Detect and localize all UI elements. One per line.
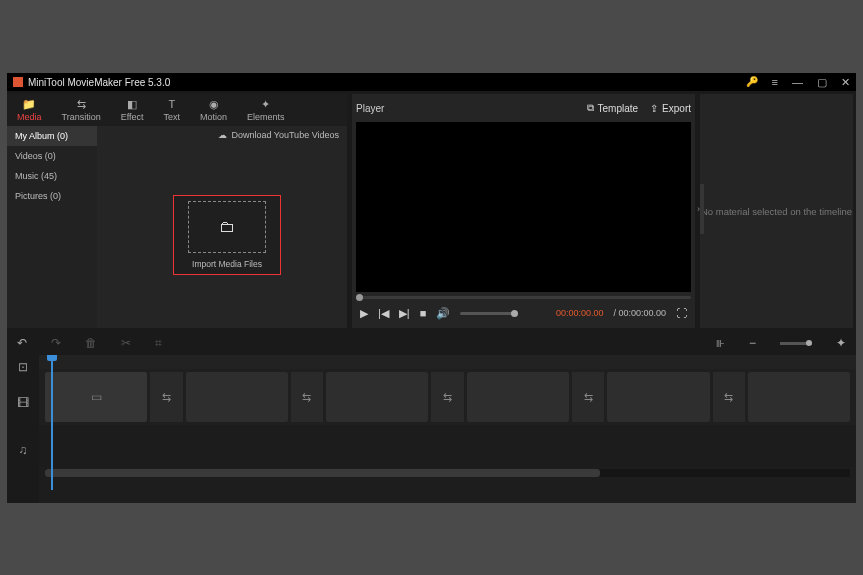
volume-icon[interactable]: 🔊 [436, 307, 450, 320]
tab-media[interactable]: 📁 Media [7, 94, 52, 126]
playhead[interactable] [51, 355, 53, 490]
template-button[interactable]: ⧉ Template [587, 102, 639, 114]
license-key-icon[interactable]: 🔑 [746, 77, 758, 87]
time-current: 00:00:00.00 [556, 308, 604, 318]
timeline-body: ⊡ 🎞 ♫ ▭ ⇆ ⇆ ⇆ ⇆ ⇆ [7, 355, 856, 503]
volume-slider[interactable] [460, 312, 518, 315]
audio-track[interactable] [39, 425, 856, 467]
export-button[interactable]: ⇪ Export [650, 103, 691, 114]
folder-pictures[interactable]: Pictures (0) [7, 186, 97, 206]
folder-videos[interactable]: Videos (0) [7, 146, 97, 166]
next-frame-button[interactable]: ▶| [399, 307, 410, 320]
transition-slot[interactable]: ⇆ [713, 372, 745, 422]
tab-media-label: Media [17, 112, 42, 122]
tab-effect-label: Effect [121, 112, 144, 122]
template-label: Template [598, 103, 639, 114]
export-icon: ⇪ [650, 103, 658, 114]
clip-slot[interactable] [607, 372, 709, 422]
volume-knob[interactable] [511, 310, 518, 317]
zoom-in-button[interactable]: ✦ [836, 336, 846, 350]
export-label: Export [662, 103, 691, 114]
minimize-button[interactable]: ― [792, 77, 803, 88]
video-track[interactable]: ▭ ⇆ ⇆ ⇆ ⇆ ⇆ [39, 369, 856, 425]
zoom-slider[interactable] [780, 342, 812, 345]
template-icon: ⧉ [587, 102, 594, 114]
timeline-settings-icon[interactable]: ⊪ [716, 338, 725, 349]
folder-music[interactable]: Music (45) [7, 166, 97, 186]
redo-button[interactable]: ↷ [51, 336, 61, 350]
panel-divider [700, 184, 704, 234]
transition-slot[interactable]: ⇆ [291, 372, 323, 422]
delete-button[interactable]: 🗑 [85, 336, 97, 350]
audio-track-icon[interactable]: ♫ [7, 426, 39, 473]
zoom-knob[interactable] [806, 340, 812, 346]
import-media-label: Import Media Files [192, 259, 262, 269]
tab-text[interactable]: T Text [154, 94, 191, 126]
fullscreen-button[interactable]: ⛶ [676, 307, 687, 319]
elements-icon: ✦ [261, 99, 270, 110]
play-button[interactable]: ▶ [360, 307, 368, 320]
menu-icon[interactable]: ≡ [772, 77, 778, 88]
maximize-button[interactable]: ▢ [817, 77, 827, 88]
timeline-scrollbar[interactable] [45, 469, 850, 477]
split-button[interactable]: ✂ [121, 336, 131, 350]
clip-placeholder-icon: ▭ [91, 390, 102, 404]
scrollbar-thumb[interactable] [45, 469, 600, 477]
top-tabs: 📁 Media ⇆ Transition ◧ Effect T Text ◉ [7, 94, 347, 126]
player-panel: Player ⧉ Template ⇪ Export ▶ |◀ [352, 94, 695, 328]
import-media-button[interactable]: 🗀 Import Media Files [173, 195, 281, 275]
scrub-knob[interactable] [356, 294, 363, 301]
timeline-toolbar: ↶ ↷ 🗑 ✂ ⌗ ⊪ − ✦ [7, 331, 856, 355]
app-window: MiniTool MovieMaker Free 5.3.0 🔑 ≡ ― ▢ ✕… [7, 73, 856, 503]
track-icons: ⊡ 🎞 ♫ [7, 355, 39, 503]
download-youtube-label: Download YouTube Videos [231, 130, 339, 140]
top-section: 📁 Media ⇆ Transition ◧ Effect T Text ◉ [7, 91, 856, 328]
properties-panel: › No material selected on the timeline [700, 94, 853, 328]
clip-slot[interactable] [748, 372, 850, 422]
transition-slot[interactable]: ⇆ [150, 372, 182, 422]
media-folders: My Album (0) Videos (0) Music (45) Pictu… [7, 126, 97, 328]
crop-button[interactable]: ⌗ [155, 336, 162, 350]
video-track-icon[interactable]: 🎞 [7, 379, 39, 426]
tab-motion-label: Motion [200, 112, 227, 122]
track-lock-icon[interactable]: ⊡ [7, 355, 39, 379]
titlebar: MiniTool MovieMaker Free 5.3.0 🔑 ≡ ― ▢ ✕ [7, 73, 856, 91]
transition-slot[interactable]: ⇆ [572, 372, 604, 422]
import-dropzone: 🗀 [188, 201, 266, 253]
close-button[interactable]: ✕ [841, 77, 850, 88]
tab-elements[interactable]: ✦ Elements [237, 94, 295, 126]
expand-icon[interactable]: › [697, 204, 700, 214]
download-youtube-link[interactable]: ☁ Download YouTube Videos [218, 130, 339, 140]
effect-icon: ◧ [127, 99, 137, 110]
clip-slot[interactable]: ▭ [45, 372, 147, 422]
prev-frame-button[interactable]: |◀ [378, 307, 389, 320]
clip-slot[interactable] [467, 372, 569, 422]
folder-icon: 📁 [22, 99, 36, 110]
folder-my-album[interactable]: My Album (0) [7, 126, 97, 146]
transition-icon: ⇆ [77, 99, 86, 110]
clip-slot[interactable] [186, 372, 288, 422]
tab-transition[interactable]: ⇆ Transition [52, 94, 111, 126]
video-preview[interactable] [356, 122, 691, 292]
time-ruler[interactable] [39, 355, 856, 369]
undo-button[interactable]: ↶ [17, 336, 27, 350]
properties-empty-message: No material selected on the timeline [701, 206, 852, 217]
transition-slot[interactable]: ⇆ [431, 372, 463, 422]
zoom-out-button[interactable]: − [749, 336, 756, 350]
folder-open-icon: 🗀 [219, 218, 235, 236]
stop-button[interactable]: ■ [420, 307, 427, 319]
window-controls: 🔑 ≡ ― ▢ ✕ [746, 77, 850, 88]
cloud-download-icon: ☁ [218, 130, 227, 140]
media-panel: 📁 Media ⇆ Transition ◧ Effect T Text ◉ [7, 94, 347, 328]
tab-text-label: Text [164, 112, 181, 122]
tab-effect[interactable]: ◧ Effect [111, 94, 154, 126]
player-header: Player ⧉ Template ⇪ Export [356, 98, 691, 118]
scrub-bar[interactable] [356, 292, 691, 302]
scrub-track[interactable] [356, 296, 691, 299]
tab-motion[interactable]: ◉ Motion [190, 94, 237, 126]
timeline-tracks[interactable]: ▭ ⇆ ⇆ ⇆ ⇆ ⇆ [39, 355, 856, 503]
text-icon: T [168, 99, 175, 110]
motion-icon: ◉ [209, 99, 219, 110]
player-controls: ▶ |◀ ▶| ■ 🔊 00:00:00.00 / 00:00:00.00 ⛶ [356, 302, 691, 324]
clip-slot[interactable] [326, 372, 428, 422]
